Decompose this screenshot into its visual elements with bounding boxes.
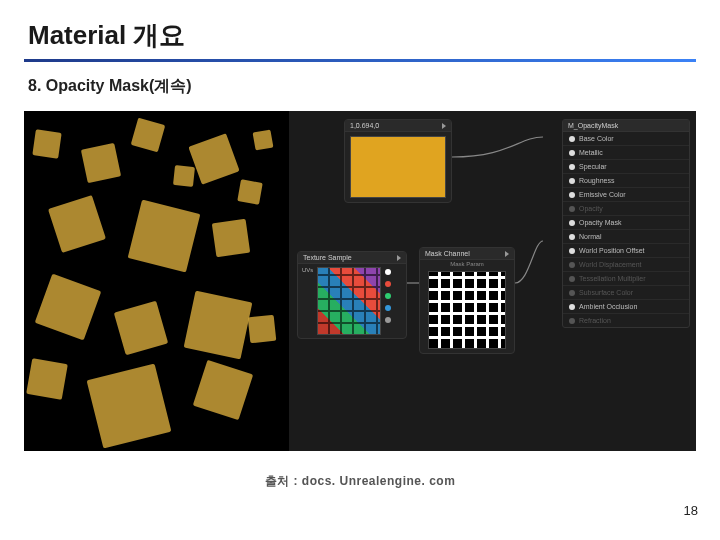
output-pin-rgb[interactable] bbox=[385, 269, 391, 275]
texture-output-pins bbox=[385, 267, 391, 335]
input-pin[interactable] bbox=[569, 150, 575, 156]
material-input-row[interactable]: Emissive Color bbox=[563, 188, 689, 202]
material-input-row[interactable]: Ambient Occlusion bbox=[563, 300, 689, 314]
input-pin[interactable] bbox=[569, 136, 575, 142]
input-pin[interactable] bbox=[569, 220, 575, 226]
input-pin[interactable] bbox=[569, 262, 575, 268]
color-swatch bbox=[350, 136, 446, 198]
preview-cube bbox=[35, 274, 102, 341]
color-node-label: 1,0.694,0 bbox=[350, 122, 379, 129]
material-input-label: Base Color bbox=[579, 135, 614, 142]
input-pin[interactable] bbox=[569, 318, 575, 324]
texture-preview-thumbnail bbox=[317, 267, 381, 335]
material-input-row[interactable]: Opacity Mask bbox=[563, 216, 689, 230]
preview-cube bbox=[212, 219, 250, 257]
item-number: 8. bbox=[28, 77, 41, 94]
material-input-label: Roughness bbox=[579, 177, 614, 184]
preview-cube bbox=[131, 118, 166, 153]
preview-cube bbox=[253, 130, 274, 151]
material-input-label: Subsurface Color bbox=[579, 289, 633, 296]
node-collapse-icon[interactable] bbox=[397, 255, 401, 261]
material-input-label: Ambient Occlusion bbox=[579, 303, 637, 310]
output-pin-b[interactable] bbox=[385, 305, 391, 311]
subtitle: 8. Opacity Mask(계속) bbox=[0, 68, 720, 107]
material-input-row[interactable]: Base Color bbox=[563, 132, 689, 146]
material-output-node[interactable]: M_OpacityMask Base ColorMetallicSpecular… bbox=[562, 119, 690, 328]
source-attribution: 출처 : docs. Unrealengine. com bbox=[0, 473, 720, 490]
preview-cube bbox=[184, 291, 253, 360]
input-pin[interactable] bbox=[569, 164, 575, 170]
material-preview-panel bbox=[24, 111, 289, 451]
slide-title: Material 개요 bbox=[0, 0, 720, 59]
material-input-row[interactable]: Specular bbox=[563, 160, 689, 174]
material-input-row[interactable]: Metallic bbox=[563, 146, 689, 160]
material-input-label: Specular bbox=[579, 163, 607, 170]
page-number: 18 bbox=[684, 503, 698, 518]
texture-sample-node[interactable]: Texture Sample UVs bbox=[297, 251, 407, 339]
material-input-row[interactable]: Refraction bbox=[563, 314, 689, 327]
material-input-row[interactable]: Normal bbox=[563, 230, 689, 244]
material-input-row[interactable]: Roughness bbox=[563, 174, 689, 188]
material-graph-panel: 1,0.694,0 Texture Sample UVs bbox=[289, 111, 696, 451]
mask-node-title: Mask Channel bbox=[425, 250, 470, 257]
node-collapse-icon[interactable] bbox=[442, 123, 446, 129]
content-screenshot: 1,0.694,0 Texture Sample UVs bbox=[24, 111, 696, 451]
input-pin[interactable] bbox=[569, 178, 575, 184]
input-pin[interactable] bbox=[569, 304, 575, 310]
material-input-label: Opacity bbox=[579, 205, 603, 212]
preview-cube bbox=[248, 315, 277, 344]
preview-cube bbox=[87, 364, 172, 449]
preview-cube bbox=[114, 301, 168, 355]
material-input-row[interactable]: World Displacement bbox=[563, 258, 689, 272]
input-pin[interactable] bbox=[569, 290, 575, 296]
material-input-row[interactable]: Tessellation Multiplier bbox=[563, 272, 689, 286]
material-input-label: Refraction bbox=[579, 317, 611, 324]
preview-cube bbox=[26, 358, 68, 400]
material-input-label: Tessellation Multiplier bbox=[579, 275, 646, 282]
material-input-row[interactable]: World Position Offset bbox=[563, 244, 689, 258]
input-pin[interactable] bbox=[569, 192, 575, 198]
texture-input-uvs[interactable]: UVs bbox=[302, 267, 313, 273]
preview-cube bbox=[128, 200, 201, 273]
material-node-title: M_OpacityMask bbox=[568, 122, 618, 129]
material-input-row[interactable]: Opacity bbox=[563, 202, 689, 216]
output-pin-g[interactable] bbox=[385, 293, 391, 299]
preview-cube bbox=[32, 129, 61, 158]
material-input-label: Emissive Color bbox=[579, 191, 626, 198]
output-pin-a[interactable] bbox=[385, 317, 391, 323]
material-input-label: World Position Offset bbox=[579, 247, 645, 254]
input-pin[interactable] bbox=[569, 276, 575, 282]
mask-node-caption: Mask Param bbox=[420, 260, 514, 269]
preview-cube bbox=[188, 133, 239, 184]
constant3vector-node[interactable]: 1,0.694,0 bbox=[344, 119, 452, 203]
title-underline bbox=[24, 59, 696, 62]
output-pin-r[interactable] bbox=[385, 281, 391, 287]
input-pin[interactable] bbox=[569, 248, 575, 254]
input-pin[interactable] bbox=[569, 206, 575, 212]
preview-cube bbox=[237, 179, 262, 204]
mask-channel-node[interactable]: Mask Channel Mask Param bbox=[419, 247, 515, 354]
preview-cube bbox=[81, 143, 121, 183]
material-input-row[interactable]: Subsurface Color bbox=[563, 286, 689, 300]
input-pin[interactable] bbox=[569, 234, 575, 240]
preview-cube bbox=[173, 165, 195, 187]
item-title: Opacity Mask(계속) bbox=[46, 77, 192, 94]
preview-cube bbox=[193, 360, 253, 420]
material-input-label: Metallic bbox=[579, 149, 603, 156]
preview-cube bbox=[48, 195, 106, 253]
material-input-label: Opacity Mask bbox=[579, 219, 621, 226]
mask-preview-thumbnail bbox=[428, 271, 506, 349]
material-input-label: Normal bbox=[579, 233, 602, 240]
node-collapse-icon[interactable] bbox=[505, 251, 509, 257]
material-input-label: World Displacement bbox=[579, 261, 642, 268]
texture-node-title: Texture Sample bbox=[303, 254, 352, 261]
